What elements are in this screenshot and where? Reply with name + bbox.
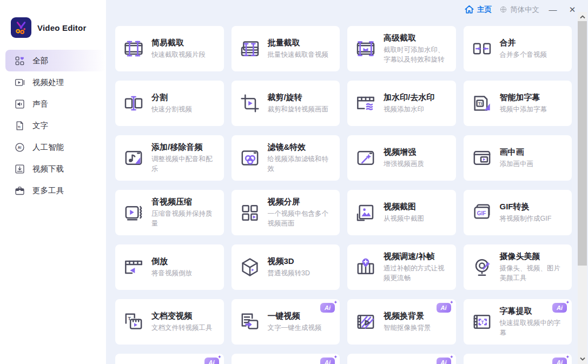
tool-card-partial-4[interactable]: Ai✦ [464,354,572,364]
tool-card-easy-trim[interactable]: 简易截取 快速截取视频片段 [115,26,224,71]
scrollbar-down-arrow[interactable] [578,355,587,363]
sidebar-item-more-tools[interactable]: 更多工具 [5,180,106,201]
sidebar-item-all[interactable]: 全部 [5,50,106,71]
tool-card-smart-subtitle[interactable]: 智能加字幕 视频中添加字幕 [464,81,572,126]
sparkle-icon: ✦ [450,354,454,360]
tool-card-audio-add-remove[interactable]: 添加/移除音频 调整视频中配音和配乐 [115,135,224,181]
tool-card-title: 文档变视频 [151,311,213,321]
sparkle-icon: ✦ [565,354,570,360]
tool-card-icon [239,92,261,114]
tool-card-title: 画中画 [500,147,534,157]
sidebar-item-icon [14,77,25,88]
tool-card-video-3d[interactable]: 视频3D 普通视频转3D [232,244,340,290]
tool-card-partial-2[interactable]: Ai✦ [232,354,340,364]
sparkle-icon: ✦ [450,300,454,305]
sidebar-item-icon [14,185,25,196]
tool-card-title: 高级截取 [384,33,448,43]
tool-card-description: 合并多个音视频 [500,50,547,59]
sidebar-item-text[interactable]: 文字 [5,115,106,136]
tool-card-split-screen[interactable]: 视频分屏 一个视频中包含多个视频画面 [232,190,340,235]
tool-card-description: 视频中添加字幕 [500,104,547,114]
tool-card-gif-convert[interactable]: GIF转换 将视频制作成GIF [464,190,572,235]
tool-card-description: 快速提取视频中的字幕 [500,318,565,337]
tool-card-title: 视频增强 [384,147,424,157]
tool-card-partial-3[interactable]: Ai✦ [347,354,456,364]
scrollbar[interactable] [578,12,587,364]
sidebar-item-ai[interactable]: 人工智能 [5,136,106,158]
sparkle-icon: ✦ [565,300,570,305]
tool-card-description: 从视频中截图 [384,214,424,223]
tool-card-crop-rotate[interactable]: 裁剪/旋转 裁剪和旋转视频画面 [232,81,340,126]
tool-card-description: 调整视频中配音和配乐 [151,154,216,174]
app-brand: Video Editor [0,0,106,38]
sidebar-item-icon [14,163,25,175]
tool-card-subtitle-extract[interactable]: 字幕提取 快速提取视频中的字幕 Ai✦ [464,299,572,345]
home-button[interactable]: 主页 [464,4,492,15]
tool-card-icon [471,311,493,333]
app-window: Video Editor 全部 视频处理 声音 文字 人工智能 视频下载 更多工… [0,0,588,364]
tool-card-pip[interactable]: 画中画 添加画中画 [464,135,572,181]
tool-card-batch-trim[interactable]: 批量截取 批量快速截取音视频 [232,26,340,71]
tool-card-description: 一个视频中包含多个视频画面 [268,209,333,228]
tool-card-merge[interactable]: 合并 合并多个音视频 [464,26,572,71]
sparkle-icon: ✦ [333,300,338,305]
tool-card-description: 智能抠像换背景 [384,323,431,333]
tool-card-video-screenshot[interactable]: 视频截图 从视频中截图 [347,190,456,235]
tool-card-video-bg-change[interactable]: 视频换背景 智能抠像换背景 Ai✦ [347,299,456,345]
tool-card-title: 添加/移除音频 [151,142,216,153]
tool-card-icon [239,256,261,278]
tool-card-icon [239,147,261,169]
scrollbar-thumb[interactable] [578,21,587,266]
tool-card-title: 加水印/去水印 [384,92,434,103]
tool-card-icon [355,256,376,278]
sidebar-item-label: 全部 [32,56,48,66]
tool-card-speed-interpolation[interactable]: 视频调速/补帧 通过补帧的方式让视频更流畅 [347,244,456,290]
ai-badge: Ai✦ [552,358,567,364]
sidebar-item-video-processing[interactable]: 视频处理 [5,71,106,93]
home-label: 主页 [477,5,492,15]
tool-card-icon [123,202,144,223]
tool-card-icon [355,311,376,333]
tool-card-one-click-video[interactable]: 一键视频 文字一键生成视频 Ai✦ [232,299,340,345]
tool-card-title: 视频截图 [384,202,424,212]
language-button[interactable]: 简体中文 [499,5,539,15]
sidebar-item-label: 更多工具 [32,186,64,196]
ai-badge-label: Ai [557,359,563,364]
minimize-button[interactable]: — [547,4,559,15]
app-logo-icon [11,17,31,38]
tool-card-video-enhance[interactable]: 视频增强 增强视频画质 [347,135,456,181]
tool-card-icon [239,311,261,333]
tool-card-description: 文档文件转视频工具 [151,323,213,333]
titlebar: 主页 简体中文 — ✕ [106,0,588,16]
tool-card-split[interactable]: 分割 快速分割视频 [115,81,224,126]
tool-card-title: 音视频压缩 [151,197,216,207]
tool-card-icon [123,38,144,59]
sidebar-item-sound[interactable]: 声音 [5,93,106,115]
sparkle-icon: ✦ [333,354,338,360]
tool-card-icon [123,256,144,278]
tool-card-doc-to-video[interactable]: 文档变视频 文档文件转视频工具 [115,299,224,345]
main-panel: 主页 简体中文 — ✕ 简易截取 快速截取视频片段 批量截取 批量快速截取音视频 [106,0,588,364]
tool-card-description: 摄像头、视频、图片美颜工具 [500,263,565,283]
ai-badge-label: Ai [557,305,563,311]
scrollbar-up-arrow[interactable] [578,13,587,21]
tool-card-icon [471,256,493,278]
tool-card-title: 智能加字幕 [500,92,547,103]
ai-badge: Ai✦ [437,303,451,313]
tool-card-reverse[interactable]: 倒放 将音视频倒放 [115,244,224,290]
tool-card-webcam-beauty[interactable]: 摄像头美颜 摄像头、视频、图片美颜工具 [464,244,572,290]
tool-card-title: GIF转换 [500,202,552,212]
close-button[interactable]: ✕ [566,4,578,15]
tool-card-title: 视频分屏 [268,197,333,207]
ai-badge: Ai✦ [320,358,335,364]
globe-icon [499,5,507,14]
tool-card-partial-1[interactable]: Ai✦ [115,354,224,364]
tool-card-filter-effects[interactable]: 滤镜&特效 给视频添加滤镜和特效 [232,135,340,181]
home-icon [464,4,475,15]
tool-card-icon [471,38,493,59]
tool-card-av-compress[interactable]: 音视频压缩 压缩音视频并保持质量 [115,190,224,235]
tool-card-icon [355,147,376,169]
tool-card-advanced-trim[interactable]: 高级截取 截取时可添加水印、字幕以及特效和旋转 [347,26,456,71]
sidebar-item-video-download[interactable]: 视频下载 [5,158,106,180]
tool-card-watermark[interactable]: 加水印/去水印 视频添加水印 [347,81,456,126]
